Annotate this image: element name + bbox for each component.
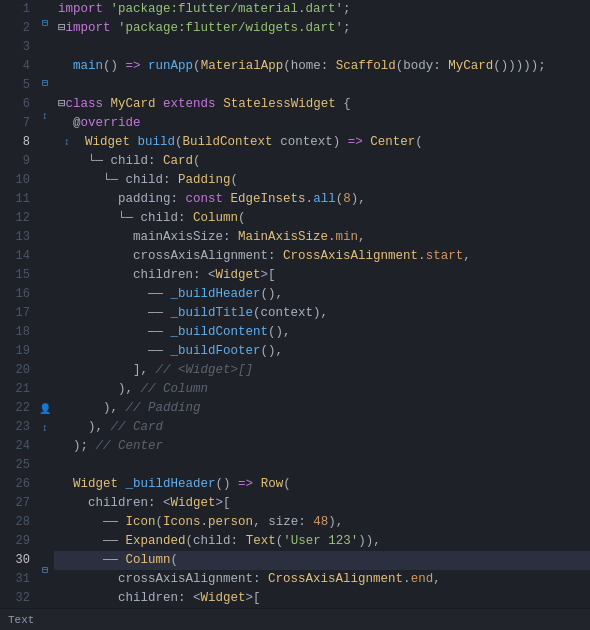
code-line-11: padding: const EdgeInsets.all(8), xyxy=(54,190,590,209)
line-num-12: 12 xyxy=(10,209,30,228)
code-line-16: —— _buildHeader(), xyxy=(54,285,590,304)
code-line-14: crossAxisAlignment: CrossAxisAlignment.s… xyxy=(54,247,590,266)
gutter-14 xyxy=(36,194,54,208)
gutter-10 xyxy=(36,139,54,153)
line-num-9: 9 xyxy=(10,152,30,171)
gutter-20 xyxy=(36,277,54,291)
gutter-4 xyxy=(36,46,54,60)
gutter-26 xyxy=(36,359,54,373)
line-num-21: 21 xyxy=(10,380,30,399)
gutter-38 xyxy=(36,534,54,548)
gutter-3 xyxy=(36,33,54,47)
code-line-25 xyxy=(54,456,590,475)
gutter-11 xyxy=(36,153,54,167)
line-numbers: 1 2 3 4 5 6 7 8 9 10 11 12 13 14 15 16 1… xyxy=(0,0,36,608)
gutter-34 xyxy=(36,479,54,493)
gutter-27 xyxy=(36,373,54,387)
code-line-26: Widget _buildHeader() => Row( xyxy=(54,475,590,494)
line-num-19: 19 xyxy=(10,342,30,361)
gutter-17 xyxy=(36,235,54,249)
line-num-15: 15 xyxy=(10,266,30,285)
line-num-26: 26 xyxy=(10,475,30,494)
code-line-8: ↕ Widget build(BuildContext context) => … xyxy=(54,133,590,152)
code-area: 1 2 3 4 5 6 7 8 9 10 11 12 13 14 15 16 1… xyxy=(0,0,590,608)
line-num-13: 13 xyxy=(10,228,30,247)
line-num-10: 10 xyxy=(10,171,30,190)
line-num-24: 24 xyxy=(10,437,30,456)
gutter-16 xyxy=(36,222,54,236)
line-num-8: 8 xyxy=(10,133,30,152)
gutter-6[interactable]: ⊟ xyxy=(36,74,54,93)
code-line-18: —— _buildContent(), xyxy=(54,323,590,342)
line-num-30: 30 xyxy=(10,551,30,570)
code-line-13: mainAxisSize: MainAxisSize.min, xyxy=(54,228,590,247)
line-num-7: 7 xyxy=(10,114,30,133)
code-line-2: ⊟import 'package:flutter/widgets.dart'; xyxy=(54,19,590,38)
gutter-19 xyxy=(36,263,54,277)
code-line-4: main() => runApp(MaterialApp(home: Scaff… xyxy=(54,57,590,76)
gutter-30[interactable]: ↕ xyxy=(36,419,54,438)
line-num-3: 3 xyxy=(10,38,30,57)
gutter-28 xyxy=(36,386,54,400)
code-line-10: └─ child: Padding( xyxy=(54,171,590,190)
gutter-15 xyxy=(36,208,54,222)
gutter-24 xyxy=(36,331,54,345)
line-num-18: 18 xyxy=(10,323,30,342)
code-line-21: ), // Column xyxy=(54,380,590,399)
gutter-9 xyxy=(36,126,54,140)
code-line-3 xyxy=(54,38,590,57)
code-line-28: —— Icon(Icons.person, size: 48), xyxy=(54,513,590,532)
gutter-8[interactable]: ↕ xyxy=(36,107,54,126)
line-num-6: 6 xyxy=(10,95,30,114)
gutter-35 xyxy=(36,493,54,507)
gutter-18 xyxy=(36,249,54,263)
code-line-5 xyxy=(54,76,590,95)
gutter: ⊟ ⊟ ↕ 👤 xyxy=(36,0,54,608)
gutter-2[interactable]: ⊟ xyxy=(36,14,54,33)
gutter-22 xyxy=(36,304,54,318)
gutter-37 xyxy=(36,520,54,534)
gutter-12 xyxy=(36,167,54,181)
code-line-30: —— Column( xyxy=(54,551,590,570)
code-line-1: import 'package:flutter/material.dart'; xyxy=(54,0,590,19)
gutter-39 xyxy=(36,548,54,562)
code-line-20: ], // <Widget>[] xyxy=(54,361,590,380)
code-line-6: ⊟class MyCard extends StatelessWidget { xyxy=(54,95,590,114)
code-lines: import 'package:flutter/material.dart'; … xyxy=(54,0,590,608)
code-line-27: children: <Widget>[ xyxy=(54,494,590,513)
gutter-1 xyxy=(36,0,54,14)
line-num-11: 11 xyxy=(10,190,30,209)
code-editor: 1 2 3 4 5 6 7 8 9 10 11 12 13 14 15 16 1… xyxy=(0,0,590,630)
code-line-15: children: <Widget>[ xyxy=(54,266,590,285)
gutter-25 xyxy=(36,345,54,359)
gutter-7 xyxy=(36,93,54,107)
gutter-31 xyxy=(36,438,54,452)
line-num-20: 20 xyxy=(10,361,30,380)
gutter-23 xyxy=(36,318,54,332)
line-num-32: 32 xyxy=(10,589,30,608)
code-line-9: └─ child: Card( xyxy=(54,152,590,171)
code-line-7: @override xyxy=(54,114,590,133)
gutter-33 xyxy=(36,465,54,479)
line-num-27: 27 xyxy=(10,494,30,513)
line-num-17: 17 xyxy=(10,304,30,323)
code-line-22: ), // Padding xyxy=(54,399,590,418)
code-line-31: crossAxisAlignment: CrossAxisAlignment.e… xyxy=(54,570,590,589)
bottom-bar: Text xyxy=(0,608,590,630)
line-num-5: 5 xyxy=(10,76,30,95)
line-num-14: 14 xyxy=(10,247,30,266)
code-line-19: —— _buildFooter(), xyxy=(54,342,590,361)
bottom-bar-text: Text xyxy=(8,614,34,626)
line-num-23: 23 xyxy=(10,418,30,437)
code-line-17: —— _buildTitle(context), xyxy=(54,304,590,323)
gutter-5 xyxy=(36,60,54,74)
gutter-40[interactable]: ⊟ xyxy=(36,561,54,580)
line-num-16: 16 xyxy=(10,285,30,304)
code-line-12: └─ child: Column( xyxy=(54,209,590,228)
gutter-29: 👤 xyxy=(36,400,54,419)
line-num-4: 4 xyxy=(10,57,30,76)
code-line-24: ); // Center xyxy=(54,437,590,456)
gutter-13 xyxy=(36,180,54,194)
gutter-42 xyxy=(36,594,54,608)
gutter-36 xyxy=(36,507,54,521)
